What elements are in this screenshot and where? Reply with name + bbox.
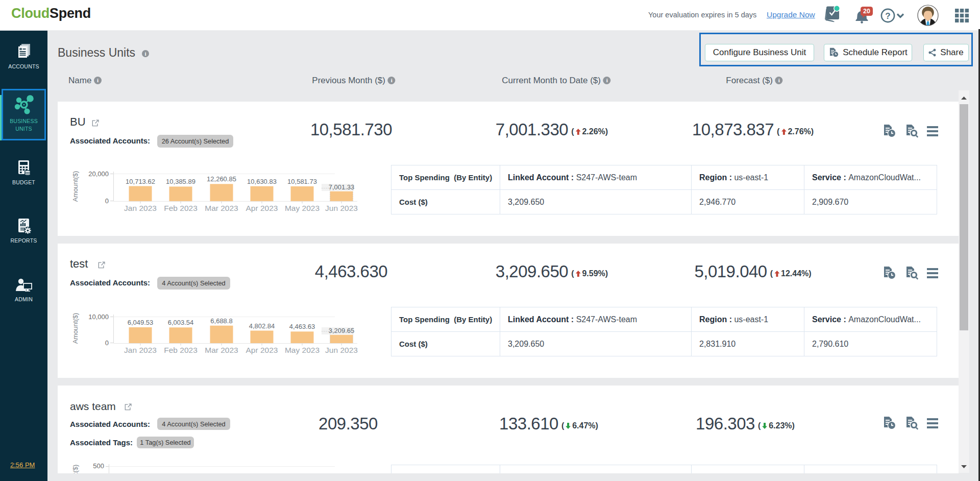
svg-text:Amount($): Amount($) (71, 313, 79, 344)
svg-text:500: 500 (93, 462, 104, 470)
svg-text:May 2023: May 2023 (285, 204, 320, 212)
svg-text:Amount($): Amount($) (71, 171, 79, 202)
svg-text:Mar 2023: Mar 2023 (205, 346, 238, 354)
svg-text:6,688.8: 6,688.8 (210, 317, 232, 325)
svg-text:4,463.63: 4,463.63 (289, 323, 315, 330)
svg-text:Jan 2023: Jan 2023 (124, 346, 157, 354)
svg-text:10,581.73: 10,581.73 (287, 178, 317, 185)
svg-text:0: 0 (105, 339, 109, 347)
svg-text:Jun 2023: Jun 2023 (325, 204, 358, 212)
svg-text:Jun 2023: Jun 2023 (325, 346, 358, 354)
svg-text:4,802.84: 4,802.84 (249, 322, 275, 330)
svg-text:Amount($): Amount($) (71, 465, 79, 473)
svg-text:20: 20 (863, 8, 870, 15)
svg-text:10,630.83: 10,630.83 (247, 178, 277, 185)
svg-text:Apr 2023: Apr 2023 (246, 204, 278, 212)
svg-text:Feb 2023: Feb 2023 (164, 346, 198, 354)
svg-text:7,001.33: 7,001.33 (329, 183, 355, 191)
svg-text:6,049.53: 6,049.53 (128, 319, 154, 326)
svg-text:Feb 2023: Feb 2023 (164, 204, 198, 212)
svg-text:20,000: 20,000 (88, 170, 109, 178)
svg-text:10,385.89: 10,385.89 (166, 178, 195, 185)
svg-text:12,260.85: 12,260.85 (207, 175, 236, 183)
svg-text:?: ? (885, 11, 890, 21)
svg-text:May 2023: May 2023 (285, 346, 320, 354)
svg-text:3,209.65: 3,209.65 (329, 327, 355, 334)
svg-text:Apr 2023: Apr 2023 (246, 346, 278, 354)
svg-text:Mar 2023: Mar 2023 (205, 204, 238, 212)
svg-text:6,003.54: 6,003.54 (168, 319, 194, 326)
svg-text:0: 0 (105, 197, 109, 205)
svg-text:10,713.62: 10,713.62 (126, 178, 155, 185)
svg-text:10,000: 10,000 (88, 313, 109, 321)
svg-text:Jan 2023: Jan 2023 (124, 204, 157, 212)
